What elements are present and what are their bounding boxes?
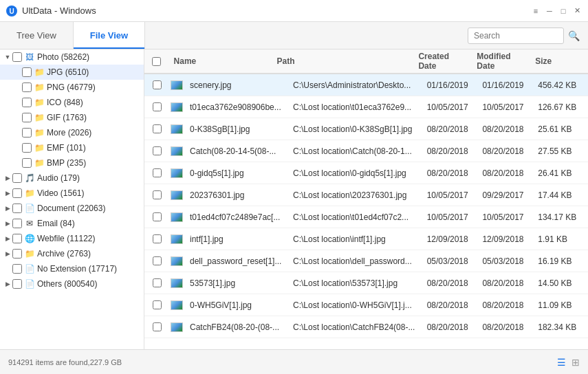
table-row[interactable]: dell_password_reset[1]... C:\Lost locati… (144, 250, 588, 272)
row-created: 10/05/2017 (422, 102, 477, 112)
table-row[interactable]: CatchFB24(08-20-(08-... C:\Lost location… (144, 316, 588, 338)
row-checkbox[interactable] (153, 124, 162, 133)
menu-icon[interactable]: ≡ (530, 6, 541, 16)
checkbox-bmp[interactable] (22, 158, 32, 168)
row-created: 01/16/2019 (422, 80, 477, 90)
row-path: C:\Lost location\t01ed4cf07c2... (287, 212, 422, 222)
checkbox-archive[interactable] (12, 249, 22, 258)
sidebar-item-photo[interactable]: ▼ 🖼 Photo (58262) (0, 50, 144, 65)
sidebar-label-video: Video (1561) (37, 188, 85, 198)
row-checkbox[interactable] (153, 80, 162, 89)
table-row[interactable]: intf[1].jpg C:\Lost location\intf[1].jpg… (144, 228, 588, 250)
sidebar-item-document[interactable]: ▶ 📄 Document (22063) (0, 201, 144, 216)
table-row[interactable]: Catch(08-20-14-5(08-... C:\Lost location… (144, 140, 588, 162)
sidebar-item-audio[interactable]: ▶ 🎵 Audio (179) (0, 170, 144, 186)
row-modified: 10/05/2017 (477, 212, 532, 222)
row-checkbox[interactable] (153, 300, 162, 309)
row-thumb (169, 256, 184, 266)
row-checkbox[interactable] (153, 322, 162, 331)
th-size[interactable]: Size (530, 56, 588, 66)
sidebar-item-noext[interactable]: 📄 No Extension (17717) (0, 261, 144, 276)
row-checkbox[interactable] (153, 234, 162, 243)
arrow-email: ▶ (3, 220, 12, 227)
checkbox-audio[interactable] (12, 173, 22, 183)
checkbox-video[interactable] (12, 188, 22, 198)
row-created: 08/20/2018 (422, 146, 477, 156)
row-created: 08/20/2018 (422, 300, 477, 310)
checkbox-email[interactable] (12, 219, 22, 228)
checkbox-webfile[interactable] (12, 234, 22, 243)
row-checkbox-cell (144, 80, 169, 89)
sidebar-label-png: PNG (46779) (47, 82, 96, 92)
table-row[interactable]: 0-WH5GiV[1].jpg C:\Lost location\0-WH5Gi… (144, 294, 588, 316)
sidebar-item-gif[interactable]: 📁 GIF (1763) (0, 110, 144, 125)
row-created: 12/09/2018 (422, 234, 477, 244)
checkbox-jpg[interactable] (22, 67, 32, 77)
table-row[interactable]: t01eca3762e908906be... C:\Lost location\… (144, 96, 588, 118)
row-checkbox[interactable] (153, 146, 162, 155)
row-checkbox[interactable] (153, 168, 162, 177)
row-size: 27.55 KB (532, 146, 588, 156)
sidebar-item-email[interactable]: ▶ ✉ Email (84) (0, 216, 144, 231)
sidebar-item-ico[interactable]: 📁 ICO (848) (0, 95, 144, 110)
th-check (144, 57, 168, 66)
table-row[interactable]: scenery.jpg C:\Users\Administrator\Deskt… (144, 74, 588, 96)
sidebar-item-more[interactable]: 📁 More (2026) (0, 125, 144, 140)
row-path: C:\Lost location\t01eca3762e9... (287, 102, 422, 112)
search-icon[interactable]: 🔍 (568, 30, 580, 41)
row-path: C:\Lost location\0-WH5GiV[1].j... (287, 300, 422, 310)
checkbox-gif[interactable] (22, 113, 32, 122)
row-checkbox[interactable] (153, 212, 162, 221)
row-thumb (169, 300, 184, 310)
row-checkbox-cell (144, 212, 169, 221)
checkbox-photo[interactable] (12, 52, 22, 62)
row-modified: 08/20/2018 (477, 278, 532, 288)
th-modified[interactable]: Modified Date (471, 52, 530, 71)
th-name[interactable]: Name (168, 56, 272, 66)
sidebar-item-bmp[interactable]: 📁 BMP (235) (0, 155, 144, 170)
checkbox-png[interactable] (22, 82, 32, 92)
search-input[interactable] (468, 28, 564, 44)
table-row[interactable]: 0-K38SgB[1].jpg C:\Lost location\0-K38Sg… (144, 118, 588, 140)
sidebar-item-others[interactable]: ▶ 📄 Others (800540) (0, 276, 144, 292)
checkbox-document[interactable] (12, 204, 22, 213)
list-view-button[interactable]: ☰ (557, 357, 566, 368)
photo-icon: 🖼 (24, 52, 35, 63)
row-modified: 12/09/2018 (477, 234, 532, 244)
row-checkbox[interactable] (153, 278, 162, 287)
sidebar-item-emf[interactable]: 📁 EMF (101) (0, 140, 144, 155)
checkbox-others[interactable] (12, 279, 22, 289)
table-row[interactable]: 0-gidq5s[1].jpg C:\Lost location\0-gidq5… (144, 162, 588, 184)
sidebar-item-video[interactable]: ▶ 📁 Video (1561) (0, 186, 144, 201)
row-name: 202376301.jpg (184, 190, 287, 200)
sidebar-item-archive[interactable]: ▶ 📁 Archive (2763) (0, 246, 144, 261)
sidebar-item-jpg[interactable]: 📁 JPG (6510) (0, 65, 144, 80)
checkbox-ico[interactable] (22, 98, 32, 107)
table-row[interactable]: t01ed4cf07c2489e7ac[... C:\Lost location… (144, 206, 588, 228)
sidebar-item-webfile[interactable]: ▶ 🌐 Webfile (11122) (0, 231, 144, 246)
checkbox-more[interactable] (22, 128, 32, 138)
tab-tree-view[interactable]: Tree View (0, 22, 74, 49)
folder-icon-more: 📁 (34, 127, 45, 138)
checkbox-noext[interactable] (12, 264, 22, 274)
grid-view-button[interactable]: ⊞ (571, 357, 580, 368)
tab-file-view[interactable]: File View (74, 22, 145, 49)
sidebar-item-png[interactable]: 📁 PNG (46779) (0, 80, 144, 95)
folder-icon-jpg: 📁 (34, 67, 45, 78)
table-row[interactable]: 202376301.jpg C:\Lost location\202376301… (144, 184, 588, 206)
table-row[interactable]: 53573[1].jpg C:\Lost location\53573[1].j… (144, 272, 588, 294)
th-created[interactable]: Created Date (413, 52, 471, 71)
minimize-button[interactable]: ─ (544, 6, 555, 16)
select-all-checkbox[interactable] (152, 57, 161, 66)
row-checkbox[interactable] (153, 102, 162, 111)
row-checkbox[interactable] (153, 256, 162, 265)
maximize-button[interactable]: □ (558, 6, 569, 16)
row-created: 08/20/2018 (422, 124, 477, 134)
row-name: intf[1].jpg (184, 234, 287, 244)
row-name: Catch(08-20-14-5(08-... (184, 146, 287, 156)
close-button[interactable]: ✕ (571, 6, 582, 16)
checkbox-emf[interactable] (22, 143, 32, 153)
row-checkbox[interactable] (153, 190, 162, 199)
row-path: C:\Lost location\CatchFB24(08-... (287, 322, 422, 332)
th-path[interactable]: Path (272, 56, 413, 66)
